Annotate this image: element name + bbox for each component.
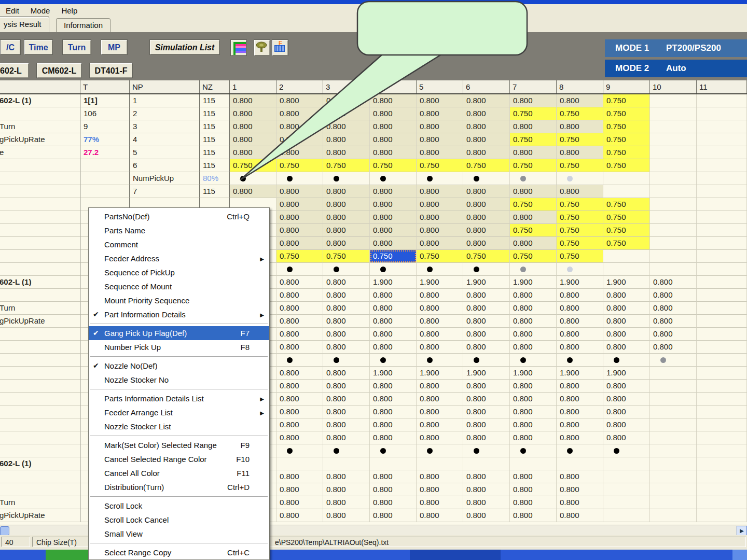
data-cell-col-3[interactable]: 0.750: [323, 250, 370, 263]
data-cell-col-9[interactable]: [603, 172, 650, 185]
tab-ysis-result[interactable]: ysis Result: [0, 16, 49, 32]
data-cell-col-6[interactable]: 0.750: [463, 250, 510, 263]
data-cell-col-3[interactable]: 0.800: [323, 367, 370, 380]
data-cell-col-6[interactable]: 0.800: [463, 94, 510, 107]
data-cell-col-5[interactable]: [417, 354, 463, 367]
data-cell-col-9[interactable]: 0.800: [603, 315, 650, 328]
data-cell-col-9[interactable]: 1.900: [603, 276, 650, 289]
data-cell-col-4[interactable]: [370, 172, 417, 185]
data-cell-col-8[interactable]: 0.800: [557, 431, 603, 444]
data-cell-col-9[interactable]: 0.750: [603, 107, 650, 120]
data-cell-col-8[interactable]: 0.750: [557, 159, 603, 172]
data-cell-col-11[interactable]: [697, 120, 747, 133]
data-cell-col-4[interactable]: 0.800: [370, 341, 417, 354]
data-cell-col-10[interactable]: [650, 405, 697, 418]
data-cell-col-10[interactable]: 0.800: [650, 315, 697, 328]
data-cell-col-7[interactable]: 0.800: [510, 302, 557, 315]
data-cell-col-10[interactable]: 0.800: [650, 276, 697, 289]
data-cell-col-1[interactable]: 0.750: [230, 159, 276, 172]
data-cell-col-3[interactable]: 0.800: [323, 496, 370, 509]
menu-item-nozzle-stocker-list[interactable]: Nozzle Stocker List: [89, 419, 269, 433]
data-cell-col-5[interactable]: 0.800: [417, 237, 463, 250]
data-cell-col-4[interactable]: [370, 354, 417, 367]
data-cell-col-5[interactable]: 0.800: [417, 315, 463, 328]
data-cell-col-4[interactable]: [370, 444, 417, 457]
data-cell-col-2[interactable]: 0.750: [276, 250, 323, 263]
data-cell-col-11[interactable]: [697, 198, 747, 211]
data-cell-col-2[interactable]: 0.800: [276, 483, 323, 496]
data-cell-col-9[interactable]: 0.750: [603, 133, 650, 146]
data-cell-col-5[interactable]: 0.800: [417, 224, 463, 237]
data-cell-col-7[interactable]: 0.800: [510, 341, 557, 354]
col-header-7[interactable]: 7: [510, 80, 557, 93]
data-cell-col-9[interactable]: 0.750: [603, 146, 650, 159]
mp-button[interactable]: MP: [101, 39, 128, 55]
data-cell-col-4[interactable]: [370, 457, 417, 470]
tab-information[interactable]: Information: [56, 18, 110, 32]
cell-np[interactable]: 1: [130, 94, 200, 107]
data-cell-col-4[interactable]: 0.800: [370, 185, 417, 198]
data-cell-col-1[interactable]: [230, 172, 276, 185]
data-cell-col-5[interactable]: 0.800: [417, 380, 463, 393]
menu-item-part-information-details[interactable]: ✔Part Information Details▶: [89, 307, 269, 321]
data-cell-col-9[interactable]: 0.800: [603, 405, 650, 418]
menu-item-sequence-of-pickup[interactable]: Sequence of PickUp: [89, 265, 269, 279]
col-header-t[interactable]: T: [80, 80, 130, 93]
data-cell-col-5[interactable]: 0.800: [417, 328, 463, 341]
data-cell-col-2[interactable]: 0.800: [276, 380, 323, 393]
data-cell-col-8[interactable]: 0.800: [557, 470, 603, 483]
menu-item-cancel-selected-range-color[interactable]: Cancel Selected Range ColorF10: [89, 452, 269, 466]
data-cell-col-8[interactable]: 0.800: [557, 185, 603, 198]
data-cell-col-9[interactable]: 0.800: [603, 289, 650, 302]
data-cell-col-5[interactable]: 0.800: [417, 393, 463, 405]
data-cell-col-2[interactable]: 0.800: [276, 224, 323, 237]
data-cell-col-4[interactable]: 0.800: [370, 224, 417, 237]
data-cell-col-6[interactable]: 0.800: [463, 341, 510, 354]
data-cell-col-7[interactable]: 0.750: [510, 159, 557, 172]
data-cell-col-11[interactable]: [697, 185, 747, 198]
data-cell-col-6[interactable]: 1.900: [463, 367, 510, 380]
data-cell-col-8[interactable]: 1.900: [557, 367, 603, 380]
col-header-11[interactable]: 11: [697, 80, 747, 93]
data-cell-col-8[interactable]: 0.800: [557, 380, 603, 393]
data-cell-col-8[interactable]: 0.800: [557, 393, 603, 405]
data-cell-col-2[interactable]: [276, 172, 323, 185]
menu-item-mark-set-color-selected-range[interactable]: Mark(Set Color) Selected RangeF9: [89, 438, 269, 452]
data-cell-col-3[interactable]: [323, 354, 370, 367]
data-cell-col-5[interactable]: [417, 263, 463, 276]
data-cell-col-5[interactable]: 0.800: [417, 94, 463, 107]
data-cell-col-10[interactable]: [650, 367, 697, 380]
data-cell-col-5[interactable]: 0.800: [417, 496, 463, 509]
data-cell-col-6[interactable]: 0.800: [463, 146, 510, 159]
data-cell-col-6[interactable]: 0.800: [463, 224, 510, 237]
data-cell-col-4[interactable]: 0.800: [370, 120, 417, 133]
data-cell-col-8[interactable]: 0.800: [557, 146, 603, 159]
feeder-chart-icon[interactable]: F: [272, 39, 288, 56]
data-cell-col-9[interactable]: 0.800: [603, 431, 650, 444]
data-cell-col-7[interactable]: 0.800: [510, 211, 557, 224]
data-cell-col-5[interactable]: 0.800: [417, 211, 463, 224]
data-cell-col-8[interactable]: 0.750: [557, 198, 603, 211]
data-cell-col-3[interactable]: 0.800: [323, 224, 370, 237]
data-cell-col-7[interactable]: [510, 444, 557, 457]
data-cell-col-3[interactable]: 0.800: [323, 120, 370, 133]
data-cell-col-5[interactable]: 0.800: [417, 418, 463, 431]
data-cell-col-2[interactable]: 0.800: [276, 405, 323, 418]
data-cell-col-7[interactable]: 1.900: [510, 276, 557, 289]
cell-np[interactable]: NumPickUp: [130, 172, 200, 185]
data-cell-col-3[interactable]: 0.800: [323, 315, 370, 328]
menu-item-scroll-lock[interactable]: Scroll Lock: [89, 499, 269, 513]
data-cell-col-3[interactable]: 0.800: [323, 237, 370, 250]
data-cell-col-2[interactable]: 0.800: [276, 211, 323, 224]
data-cell-col-7[interactable]: 0.800: [510, 94, 557, 107]
data-cell-col-6[interactable]: 0.800: [463, 483, 510, 496]
data-cell-col-7[interactable]: 1.900: [510, 367, 557, 380]
data-cell-col-4[interactable]: 0.800: [370, 418, 417, 431]
data-cell-col-4[interactable]: 0.800: [370, 237, 417, 250]
data-cell-col-6[interactable]: 0.800: [463, 133, 510, 146]
data-cell-col-3[interactable]: 0.800: [323, 431, 370, 444]
time-button[interactable]: Time: [24, 39, 53, 55]
data-cell-col-7[interactable]: 0.800: [510, 431, 557, 444]
data-cell-col-11[interactable]: [697, 159, 747, 172]
data-cell-col-5[interactable]: 0.800: [417, 185, 463, 198]
